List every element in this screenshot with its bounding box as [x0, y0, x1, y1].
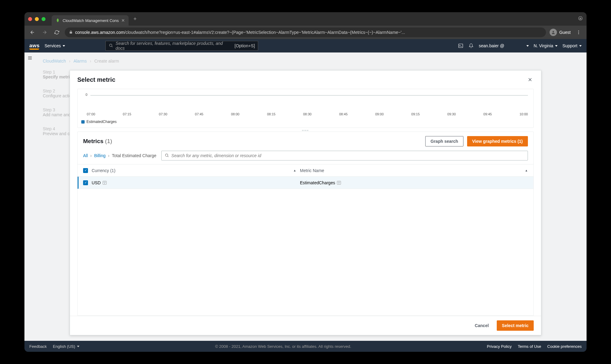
search-icon [165, 153, 169, 158]
metrics-crumb-all[interactable]: All [83, 153, 88, 158]
sort-icon[interactable]: ▲ [293, 169, 296, 172]
chart-legend: EstimatedCharges [81, 120, 530, 124]
metrics-crumb-billing[interactable]: Billing [94, 153, 105, 158]
account-menu[interactable]: sean.baier @ [479, 43, 529, 48]
modal-footer: Cancel Select metric [70, 316, 541, 335]
breadcrumb-item[interactable]: CloudWatch [43, 59, 66, 63]
global-search[interactable]: Search for services, features, marketpla… [105, 41, 258, 51]
x-axis-ticks: 07:00 07:15 07:30 07:45 08:00 08:15 08:3… [81, 112, 530, 116]
select-metric-button[interactable]: Select metric [497, 320, 534, 331]
caret-down-icon [63, 45, 65, 47]
modal-title: Select metric [77, 76, 115, 83]
metrics-breadcrumb: All › Billing › Total Estimated Charge [78, 151, 533, 164]
legend-swatch-icon [81, 120, 85, 124]
table-row[interactable]: ✓ USD ▽ EstimatedCharges ▽ [78, 177, 533, 189]
sort-icon[interactable]: ▲ [525, 169, 528, 172]
legend-label: EstimatedCharges [86, 120, 117, 124]
back-button[interactable] [28, 28, 37, 37]
notifications-icon[interactable] [468, 43, 474, 49]
cloudwatch-favicon-icon [55, 18, 60, 23]
svg-point-5 [110, 44, 112, 46]
tab-close-icon[interactable]: ✕ [121, 18, 125, 23]
caret-down-icon [555, 45, 558, 47]
resize-handle-icon[interactable]: ═══ [77, 129, 534, 132]
chart-area[interactable]: 0 [81, 92, 530, 107]
minimize-window-icon[interactable] [35, 17, 39, 21]
column-metric-name[interactable]: Metric Name [300, 168, 324, 173]
forward-button[interactable] [40, 28, 49, 37]
guest-avatar-icon [550, 29, 557, 36]
aws-header: aws Services Search for services, featur… [24, 39, 587, 52]
browser-menu-icon[interactable] [574, 28, 583, 37]
url-bar[interactable]: console.aws.amazon.com/cloudwatch/home?r… [65, 27, 546, 37]
breadcrumb-current: Create alarm [94, 59, 119, 63]
language-menu[interactable]: English (US) [53, 344, 79, 349]
maximize-window-icon[interactable] [42, 17, 46, 21]
dropdown-icon[interactable]: ▽ [337, 181, 341, 185]
page-body: CloudWatch › Alarms › Create alarm Step … [24, 52, 587, 341]
cell-metric-name: EstimatedCharges [300, 180, 335, 185]
caret-down-icon [579, 45, 582, 47]
chevron-right-icon: › [108, 153, 110, 158]
privacy-link[interactable]: Privacy Policy [487, 344, 512, 349]
terms-link[interactable]: Terms of Use [518, 344, 541, 349]
metrics-crumb-current: Total Estimated Charge [112, 153, 156, 158]
services-menu[interactable]: Services [45, 43, 65, 48]
browser-tab[interactable]: CloudWatch Management Cons ✕ [52, 15, 129, 26]
window-controls [28, 17, 46, 21]
breadcrumb: CloudWatch › Alarms › Create alarm [43, 59, 574, 63]
chevron-right-icon: › [90, 59, 91, 63]
tab-overflow-icon[interactable] [578, 16, 583, 22]
reload-button[interactable] [53, 28, 61, 37]
cell-currency: USD [92, 180, 101, 185]
browser-nav-bar: console.aws.amazon.com/cloudwatch/home?r… [24, 26, 587, 39]
metric-search-input[interactable] [171, 153, 525, 158]
svg-point-2 [578, 31, 579, 31]
cloudshell-icon[interactable] [458, 43, 463, 49]
dropdown-icon[interactable]: ▽ [103, 181, 107, 185]
chevron-right-icon: › [69, 59, 71, 63]
copyright: © 2008 - 2021, Amazon Web Services, Inc.… [86, 344, 481, 349]
select-all-checkbox[interactable]: ✓ [83, 168, 88, 173]
svg-rect-6 [459, 44, 463, 48]
modal-close-button[interactable] [526, 76, 534, 83]
feedback-link[interactable]: Feedback [29, 344, 47, 349]
caret-down-icon [77, 346, 79, 347]
aws-footer: Feedback English (US) © 2008 - 2021, Ama… [24, 341, 587, 352]
chevron-right-icon: › [90, 153, 92, 158]
url-text: console.aws.amazon.com/cloudwatch/home?r… [75, 30, 405, 35]
y-tick: 0 [86, 93, 87, 96]
graph-search-button[interactable]: Graph search [425, 136, 463, 146]
svg-point-3 [578, 32, 579, 33]
metrics-title: Metrics (1) [83, 138, 112, 145]
select-metric-modal: Select metric 0 07:00 07:15 07:30 [70, 70, 541, 335]
row-checkbox[interactable]: ✓ [83, 180, 88, 185]
region-menu[interactable]: N. Virginia [534, 43, 558, 48]
support-menu[interactable]: Support [562, 43, 582, 48]
view-graphed-metrics-button[interactable]: View graphed metrics (1) [467, 136, 528, 146]
svg-point-4 [578, 33, 579, 34]
column-currency[interactable]: Currency (1) [92, 168, 115, 173]
profile-label: Guest [559, 30, 571, 35]
profile-button[interactable]: Guest [550, 29, 571, 36]
close-window-icon[interactable] [28, 17, 32, 21]
search-placeholder: Search for services, features, marketpla… [115, 41, 232, 51]
cancel-button[interactable]: Cancel [470, 320, 494, 331]
browser-tab-strip: CloudWatch Management Cons ✕ + [24, 12, 587, 26]
chart-panel: 0 07:00 07:15 07:30 07:45 08:00 08:15 08… [77, 89, 534, 128]
cookies-link[interactable]: Cookie preferences [547, 344, 582, 349]
lock-icon [69, 30, 73, 35]
metrics-table: ✓ Currency (1) ▲ Metric Name ▲ [78, 164, 533, 189]
search-icon [109, 43, 113, 49]
metrics-panel-header: Metrics (1) Graph search View graphed me… [78, 132, 533, 151]
breadcrumb-item[interactable]: Alarms [73, 59, 87, 63]
new-tab-button[interactable]: + [131, 16, 139, 22]
aws-logo-icon[interactable]: aws [29, 43, 40, 49]
table-header-row: ✓ Currency (1) ▲ Metric Name ▲ [78, 164, 533, 177]
svg-point-1 [552, 31, 554, 32]
tab-title: CloudWatch Management Cons [63, 18, 119, 23]
modal-header: Select metric [70, 70, 541, 89]
metric-search[interactable] [161, 151, 528, 160]
svg-point-7 [165, 154, 168, 156]
caret-down-icon [526, 45, 529, 47]
